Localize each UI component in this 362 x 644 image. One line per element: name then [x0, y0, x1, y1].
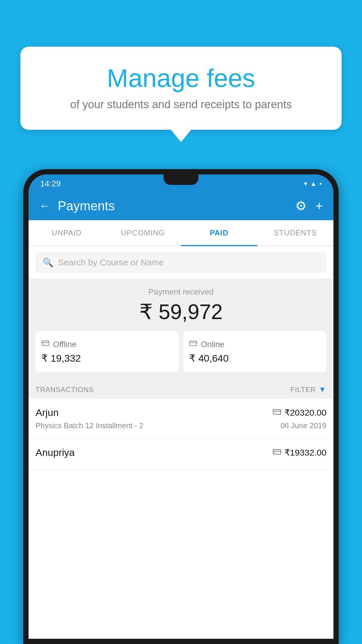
payment-total-amount: ₹ 59,972 — [36, 300, 326, 324]
phone-screen: 14:29 ▾ ▲ ▪ ← Payments ⚙ + UNPAID — [29, 174, 333, 639]
tab-paid[interactable]: PAID — [181, 220, 257, 246]
transaction-amount: ₹19332.00 — [284, 447, 326, 458]
transaction-list: Arjun ₹20320.00 Physics Batch 12 Install… — [29, 399, 333, 639]
transaction-row-top: Arjun ₹20320.00 — [36, 407, 326, 418]
transaction-row-bottom: Physics Batch 12 Installment - 2 06 June… — [36, 421, 326, 430]
header-title: Payments — [58, 199, 115, 213]
back-button[interactable]: ← — [39, 199, 51, 212]
tabs: UNPAID UPCOMING PAID STUDENTS — [29, 220, 333, 246]
transactions-header: TRANSACTIONS FILTER ▼ — [29, 378, 333, 399]
online-card: Online ₹ 40,640 — [183, 331, 326, 372]
transaction-row-top: Anupriya ₹19332.00 — [36, 447, 326, 458]
search-icon: 🔍 — [43, 257, 53, 267]
svg-rect-5 — [273, 410, 281, 414]
offline-card-header: Offline — [41, 339, 76, 349]
offline-card: Offline ₹ 19,332 — [36, 331, 179, 372]
bubble-subtitle: of your students and send receipts to pa… — [35, 98, 327, 111]
transaction-date: 06 June 2019 — [280, 421, 326, 430]
settings-icon[interactable]: ⚙ — [295, 198, 307, 213]
tab-unpaid[interactable]: UNPAID — [29, 220, 105, 246]
filter-button[interactable]: FILTER ▼ — [290, 385, 326, 394]
transaction-name: Arjun — [36, 407, 59, 418]
online-card-header: Online — [189, 339, 224, 349]
transactions-label: TRANSACTIONS — [36, 386, 94, 394]
offline-payment-icon — [273, 448, 281, 457]
search-input[interactable]: Search by Course or Name — [58, 258, 164, 267]
online-payment-icon — [273, 408, 281, 417]
phone-notch — [164, 174, 198, 185]
offline-amount: ₹ 19,332 — [41, 352, 81, 364]
search-box[interactable]: 🔍 Search by Course or Name — [36, 252, 326, 273]
speech-bubble: Manage fees of your students and send re… — [20, 47, 342, 130]
add-icon[interactable]: + — [315, 199, 323, 213]
search-container: 🔍 Search by Course or Name — [29, 246, 333, 279]
header-left: ← Payments — [39, 199, 115, 213]
transaction-amount: ₹20320.00 — [284, 407, 326, 418]
tab-upcoming[interactable]: UPCOMING — [105, 220, 181, 246]
filter-icon: ▼ — [319, 385, 326, 394]
transaction-course: Physics Batch 12 Installment - 2 — [36, 421, 143, 430]
online-amount: ₹ 40,640 — [189, 352, 229, 364]
online-icon — [189, 339, 197, 349]
svg-rect-3 — [190, 341, 196, 346]
phone-frame: 14:29 ▾ ▲ ▪ ← Payments ⚙ + UNPAID — [23, 169, 339, 644]
status-icons: ▾ ▲ ▪ — [304, 180, 322, 188]
offline-label: Offline — [53, 340, 76, 349]
payment-summary: Payment received ₹ 59,972 Offline — [29, 279, 333, 378]
payment-received-label: Payment received — [36, 287, 326, 297]
filter-label: FILTER — [290, 386, 316, 394]
svg-rect-0 — [42, 341, 49, 346]
online-label: Online — [201, 340, 224, 349]
transaction-name: Anupriya — [36, 447, 75, 458]
app-header: ← Payments ⚙ + — [29, 191, 333, 220]
bubble-title: Manage fees — [35, 64, 327, 92]
battery-icon: ▪ — [319, 180, 322, 188]
tab-students[interactable]: STUDENTS — [257, 220, 334, 246]
svg-rect-7 — [273, 449, 281, 454]
wifi-icon: ▾ — [304, 180, 307, 188]
signal-icon: ▲ — [310, 180, 317, 188]
offline-icon — [41, 339, 50, 349]
payment-cards: Offline ₹ 19,332 Online ₹ 4 — [36, 331, 326, 372]
transaction-amount-wrap: ₹20320.00 — [273, 407, 326, 418]
table-row[interactable]: Arjun ₹20320.00 Physics Batch 12 Install… — [29, 399, 333, 439]
transaction-amount-wrap: ₹19332.00 — [273, 447, 326, 458]
table-row[interactable]: Anupriya ₹19332.00 — [29, 439, 333, 470]
status-time: 14:29 — [40, 179, 61, 188]
header-right: ⚙ + — [295, 198, 323, 213]
